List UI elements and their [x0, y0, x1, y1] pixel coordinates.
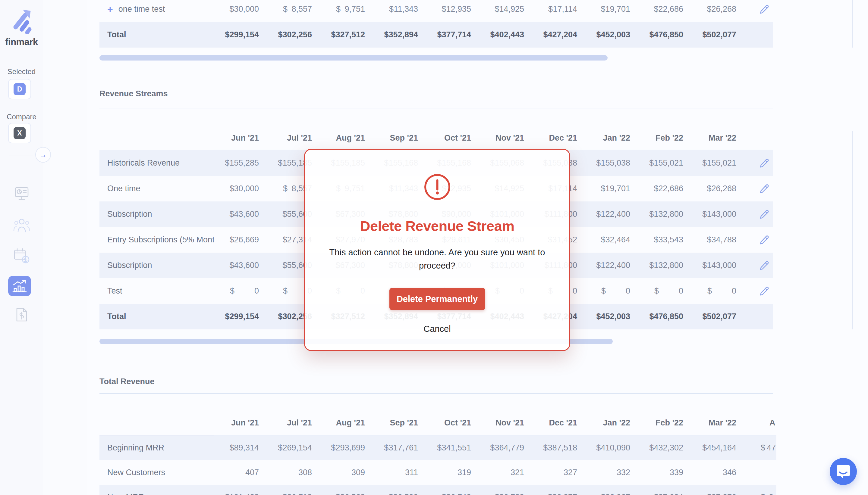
cell-amount: 269,154 [282, 443, 312, 453]
table-cell: $26,788 [479, 493, 532, 495]
table-cell: $17,114 [532, 4, 585, 14]
month-header: Jun '21 [214, 418, 267, 428]
edit-pencil-icon[interactable] [744, 184, 773, 194]
selected-scenario-card[interactable]: D [8, 79, 31, 99]
document-dollar-icon[interactable] [0, 307, 43, 322]
month-header: Aug '21 [320, 133, 373, 143]
cell-amount: 387,518 [547, 443, 577, 453]
total-amount: $299,154 [225, 312, 259, 321]
table-cell: $387,518 [532, 443, 585, 453]
compare-scenario-badge[interactable]: X [14, 127, 26, 139]
currency-symbol: $ [389, 493, 393, 495]
cancel-button[interactable]: Cancel [423, 324, 451, 334]
people-icon[interactable] [0, 217, 43, 233]
currency-symbol: $ [283, 184, 288, 193]
total-amount: $476,850 [649, 30, 683, 39]
finmark-logo: finmark [0, 8, 43, 48]
currency-symbol: $ [495, 493, 499, 495]
table-cell: $26,742 [426, 493, 479, 495]
table-cell: $402,443 [479, 30, 532, 39]
edit-pencil-icon[interactable] [744, 209, 773, 220]
table-cell: $341,551 [426, 443, 479, 453]
warning-exclamation-icon [423, 173, 451, 202]
clipped-cell: $2 [744, 493, 776, 495]
expand-sidebar-button[interactable]: → [35, 147, 51, 163]
currency-symbol: $ [229, 235, 234, 244]
table-cell: $377,714 [426, 30, 479, 39]
edit-pencil-icon[interactable] [744, 286, 773, 296]
table-cell: $122,400 [585, 209, 638, 219]
currency-symbol: $ [282, 493, 287, 495]
total-amount: $299,154 [225, 30, 259, 39]
chart-growth-icon[interactable] [8, 276, 31, 296]
currency-symbol: $ [283, 286, 288, 296]
currency-symbol: $ [707, 235, 711, 244]
currency-symbol: $ [702, 209, 707, 219]
cell-amount: 26,742 [446, 493, 471, 495]
cell-amount: 122,400 [601, 209, 630, 219]
compare-scenario-card[interactable]: X [8, 123, 31, 143]
total-amount: $377,714 [437, 30, 471, 39]
total-revenue-title: Total Revenue [99, 377, 154, 386]
table-cell: $476,850 [638, 30, 691, 39]
currency-symbol: $ [654, 286, 659, 296]
month-header: Oct '21 [426, 133, 479, 143]
cell-amount: 0 [679, 286, 683, 296]
cell-amount: 407 [245, 468, 259, 477]
sidebar-divider [9, 155, 33, 155]
cell-amount: 12,935 [446, 4, 471, 14]
edit-pencil-icon[interactable] [744, 235, 773, 245]
table-row: +one time test$30,000$8,557$9,751$11,343… [99, 0, 773, 22]
cell-amount: 410,090 [601, 443, 630, 453]
currency-symbol: $ [437, 443, 442, 453]
cell-amount: 32,464 [605, 235, 630, 244]
cell-amount: 143,000 [707, 209, 736, 219]
currency-symbol: $ [442, 493, 446, 495]
row-label-cell: +one time test [99, 4, 214, 14]
total-amount: $452,003 [596, 312, 630, 321]
month-header: Jan '22 [585, 418, 638, 428]
cell-amount: 43,600 [234, 209, 259, 219]
table-cell: $155,021 [691, 158, 744, 168]
dashboard-monitor-icon[interactable] [0, 187, 43, 201]
currency-symbol: $ [601, 235, 605, 244]
table-cell: $27,276 [691, 493, 744, 495]
cell-amount: 19,701 [605, 4, 630, 14]
table-cell: $34,788 [691, 235, 744, 244]
row-label: Historicals Revenue [99, 158, 214, 168]
edit-pencil-icon[interactable] [744, 260, 773, 271]
cell-amount: 0 [732, 286, 736, 296]
month-header: Aug '21 [320, 418, 373, 428]
total-amount: $352,894 [384, 30, 418, 39]
table-cell: $26,268 [691, 4, 744, 14]
table-cell: $427,204 [532, 30, 585, 39]
table-cell: 308 [267, 468, 320, 477]
cell-amount: 155,285 [229, 158, 259, 168]
cell-amount: 122,400 [601, 261, 630, 270]
currency-symbol: $ [384, 443, 389, 453]
table-cell: $299,154 [214, 312, 267, 321]
table-cell: $143,000 [691, 209, 744, 219]
table-cell: $22,686 [638, 4, 691, 14]
chat-launcher-button[interactable] [830, 458, 857, 485]
currency-symbol: $ [442, 4, 446, 14]
month-header: Nov '21 [479, 418, 532, 428]
table-cell: $364,779 [479, 443, 532, 453]
cell-amount: 319 [458, 468, 471, 477]
top-table-hscrollbar[interactable] [99, 55, 608, 61]
cell-amount: 0 [255, 286, 259, 296]
table-cell: $0 [214, 286, 267, 296]
month-header: Feb '22 [638, 418, 691, 428]
selected-scenario-badge[interactable]: D [14, 83, 26, 95]
table-cell: $43,600 [214, 261, 267, 270]
edit-pencil-icon[interactable] [744, 4, 773, 15]
row-label: Subscription [99, 261, 214, 270]
table-cell: $410,090 [585, 443, 638, 453]
calendar-dollar-icon[interactable] [0, 248, 43, 264]
edit-pencil-icon[interactable] [744, 158, 773, 168]
cell-amount: 26,788 [499, 493, 524, 495]
month-header: Dec '21 [532, 418, 585, 428]
delete-permanently-button[interactable]: Delete Permanently [389, 288, 485, 310]
month-header: Jan '22 [585, 133, 638, 143]
add-icon[interactable]: + [107, 4, 113, 14]
